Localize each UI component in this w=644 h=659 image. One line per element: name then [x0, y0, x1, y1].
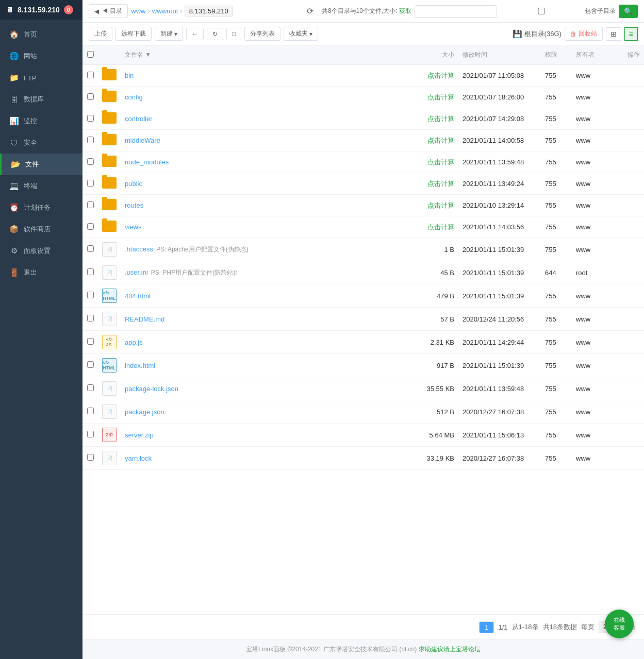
share-list-button[interactable]: 分享列表: [244, 27, 280, 41]
upload-button[interactable]: 上传: [89, 27, 112, 41]
file-perm: 755: [541, 87, 572, 108]
calc-size-link[interactable]: 点击计算: [427, 158, 454, 166]
recycle-button[interactable]: 🗑 回收站: [565, 27, 603, 41]
grid-view-button[interactable]: ⊞: [606, 27, 621, 41]
row-checkbox[interactable]: [87, 180, 94, 187]
row-checkbox[interactable]: [87, 115, 94, 122]
row-checkbox[interactable]: [87, 158, 94, 165]
sidebar-item-website[interactable]: 🌐网站: [0, 45, 82, 67]
row-checkbox[interactable]: [87, 384, 94, 391]
calc-size-link[interactable]: 点击计算: [427, 137, 454, 144]
file-actions: [613, 424, 644, 447]
summary-text: 共8个目录与10个文件,大小: 获取: [322, 7, 411, 15]
fetch-link[interactable]: 获取: [399, 7, 411, 14]
sidebar-item-monitor[interactable]: 📊监控: [0, 110, 82, 132]
file-actions: [613, 108, 644, 130]
file-name-link[interactable]: node_modules: [125, 158, 169, 166]
row-checkbox[interactable]: [87, 223, 94, 230]
row-checkbox[interactable]: [87, 408, 94, 414]
file-name-link[interactable]: middleWare: [125, 137, 160, 144]
file-name-link[interactable]: index.html: [125, 362, 155, 369]
list-view-button[interactable]: ≡: [624, 27, 638, 41]
sidebar-item-crontab[interactable]: ⏰计划任务: [0, 197, 82, 218]
calc-size-link[interactable]: 点击计算: [427, 93, 454, 101]
file-name-link[interactable]: views: [125, 223, 142, 231]
back-to-dir-button[interactable]: ◀ ◀ 目录: [89, 4, 128, 18]
calc-size-link[interactable]: 点击计算: [427, 180, 454, 188]
sidebar-item-home[interactable]: 🏠首页: [0, 24, 82, 45]
file-name-link[interactable]: README.md: [125, 315, 164, 323]
row-checkbox[interactable]: [87, 268, 94, 275]
file-name-link[interactable]: .user.ini: [125, 268, 148, 276]
file-mtime: 2021/01/07 11:05:08: [458, 65, 541, 87]
range-info: 从1-18条: [512, 622, 539, 632]
include-children-checkbox[interactable]: [500, 8, 583, 14]
file-name-link[interactable]: bin: [125, 72, 134, 79]
sidebar-label-logout: 退出: [24, 268, 37, 277]
file-mtime: 2021/01/11 15:01:39: [458, 354, 541, 377]
breadcrumb-www[interactable]: www: [131, 7, 145, 15]
row-checkbox[interactable]: [87, 201, 94, 208]
folder-icon: [102, 134, 117, 145]
sidebar-item-appstore[interactable]: 📦软件商店: [0, 218, 82, 240]
select-all-checkbox[interactable]: [87, 51, 94, 58]
remote-download-button[interactable]: 远程下载: [115, 27, 152, 41]
row-checkbox[interactable]: [87, 137, 94, 143]
file-name-link[interactable]: config: [125, 93, 143, 101]
sidebar-item-database[interactable]: 🗄数据库: [0, 89, 82, 110]
sidebar-label-terminal: 终端: [24, 181, 37, 191]
col-name[interactable]: 文件名 ▼: [121, 45, 407, 65]
file-name-link[interactable]: .htaccess: [125, 245, 153, 253]
sidebar-item-terminal[interactable]: 💻终端: [0, 175, 82, 197]
breadcrumb-current[interactable]: 8.131.59.210: [185, 6, 233, 16]
row-checkbox[interactable]: [87, 292, 94, 298]
breadcrumb-wwwroot[interactable]: wwwroot: [152, 7, 178, 15]
compress-button[interactable]: □: [226, 28, 241, 40]
file-name-link[interactable]: routes: [125, 201, 143, 209]
sidebar-item-files[interactable]: 📂文件: [0, 154, 82, 175]
calc-size-link[interactable]: 点击计算: [427, 201, 454, 209]
calc-size-link[interactable]: 点击计算: [427, 115, 454, 123]
calc-size-link[interactable]: 点击计算: [427, 72, 454, 79]
file-name-link[interactable]: server.zip: [125, 431, 154, 439]
trash-icon: 🗑: [570, 30, 576, 38]
file-name-link[interactable]: 404.html: [125, 292, 151, 300]
file-name-link[interactable]: package.json: [125, 408, 164, 416]
file-name-link[interactable]: yarn.lock: [125, 454, 152, 462]
calc-size-link[interactable]: 点击计算: [427, 223, 454, 231]
page-1-button[interactable]: 1: [479, 621, 494, 633]
refresh-button[interactable]: ↻: [207, 28, 223, 40]
sidebar-item-logout[interactable]: 🚪退出: [0, 262, 82, 283]
sidebar-item-ftp[interactable]: 📁FTP: [0, 67, 82, 89]
new-button[interactable]: 新建 ▾: [155, 27, 183, 41]
file-name-link[interactable]: controller: [125, 115, 152, 123]
search-input[interactable]: [415, 5, 497, 18]
table-row: bin 点击计算 2021/01/07 11:05:08 755 www: [82, 65, 644, 87]
sidebar-item-security[interactable]: 🛡安全: [0, 132, 82, 154]
search-button[interactable]: 🔍: [619, 5, 638, 18]
sidebar-label-files: 文件: [25, 160, 39, 169]
row-checkbox[interactable]: [87, 454, 94, 461]
row-checkbox[interactable]: [87, 315, 94, 322]
row-checkbox[interactable]: [87, 338, 94, 345]
forum-link[interactable]: 求助建议请上宝塔论坛: [419, 646, 481, 653]
file-name-link[interactable]: package-lock.json: [125, 385, 178, 393]
row-checkbox[interactable]: [87, 361, 94, 368]
row-checkbox[interactable]: [87, 93, 94, 100]
security-icon: 🛡: [9, 139, 19, 147]
sidebar-item-settings[interactable]: ⚙面板设置: [0, 240, 82, 262]
chat-button[interactable]: 在线 客服: [605, 610, 634, 638]
refresh-icon[interactable]: ⟳: [304, 6, 317, 16]
row-checkbox[interactable]: [87, 431, 94, 437]
file-name-link[interactable]: app.js: [125, 339, 143, 346]
plain-file-icon: 📄: [102, 242, 117, 257]
include-children-label[interactable]: 包含子目录: [500, 7, 616, 15]
back-button[interactable]: ←: [186, 28, 204, 40]
file-actions: [613, 331, 644, 354]
file-name-link[interactable]: public: [125, 180, 142, 188]
file-actions: [613, 354, 644, 377]
file-perm: 755: [541, 308, 572, 331]
row-checkbox[interactable]: [87, 72, 94, 78]
row-checkbox[interactable]: [87, 245, 94, 252]
bookmark-button[interactable]: 收藏夹 ▾: [284, 27, 318, 41]
